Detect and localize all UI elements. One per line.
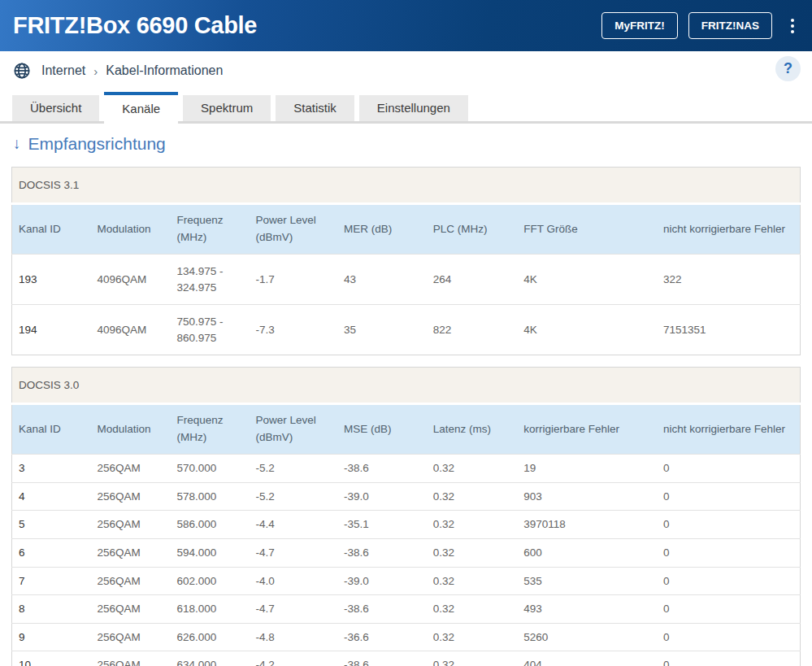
table-cell: 8 [12, 595, 91, 624]
column-header: Modulation [91, 204, 171, 255]
table-cell: 0.32 [427, 455, 518, 483]
column-header: Kanal ID [12, 404, 91, 455]
table-cell: 0.32 [427, 482, 518, 511]
table-cell: 264 [427, 255, 518, 305]
table-cell: 586.000 [170, 511, 249, 539]
table-cell: -4.2 [249, 651, 337, 666]
section-title: Empfangsrichtung [28, 134, 166, 154]
column-header: Frequenz (MHz) [170, 404, 249, 455]
table-cell: 4 [12, 482, 91, 511]
table-cell: 0.32 [427, 651, 518, 666]
table-cell: 0.32 [427, 538, 518, 567]
table-cell: 35 [337, 305, 427, 355]
table-cell: 626.000 [170, 623, 249, 651]
table-cell: 256QAM [91, 567, 171, 595]
table-cell: -4.7 [249, 595, 337, 624]
table-cell: 0 [657, 651, 801, 666]
table-row: 1944096QAM750.975 - 860.975-7.3358224K71… [12, 305, 801, 355]
table-row: 5256QAM586.000-4.4-35.10.3239701180 [12, 511, 801, 539]
table-cell: 256QAM [91, 482, 171, 511]
table-cell: 134.975 - 324.975 [170, 255, 249, 305]
table-cell: 578.000 [170, 482, 249, 511]
help-button[interactable]: ? [775, 56, 801, 81]
table-cell: -39.0 [337, 482, 427, 511]
breadcrumb: Internet › Kabel-Informationen ? [0, 51, 812, 90]
table-cell: -1.7 [249, 255, 337, 305]
table-cell: 3970118 [517, 511, 657, 539]
table-cell: 6 [12, 538, 91, 567]
column-header: Power Level (dBmV) [249, 204, 337, 255]
table-cell: 194 [12, 305, 91, 355]
table-cell: 602.000 [170, 567, 249, 595]
myfritz-button[interactable]: MyFRITZ! [601, 12, 678, 40]
table-row: 10256QAM634.000-4.2-38.60.324040 [12, 651, 801, 666]
docsis-30-table: DOCSIS 3.0Kanal IDModulationFrequenz (MH… [11, 367, 801, 666]
fritznas-button[interactable]: FRITZ!NAS [688, 12, 772, 40]
column-header: nicht korrigierbare Fehler [657, 404, 801, 455]
table-cell: 7 [12, 567, 91, 595]
table-cell: 3 [12, 455, 91, 483]
table-row: 9256QAM626.000-4.8-36.60.3252600 [12, 623, 801, 651]
table-cell: 0 [657, 538, 801, 567]
table-cell: -5.2 [249, 455, 337, 483]
column-header: Frequenz (MHz) [170, 204, 249, 255]
globe-icon [13, 62, 31, 80]
kebab-menu-icon[interactable] [786, 15, 799, 37]
app-title: FRITZ!Box 6690 Cable [13, 12, 257, 39]
table-cell: 535 [517, 567, 657, 595]
table-caption: DOCSIS 3.0 [12, 368, 801, 404]
table-cell: 5260 [517, 623, 657, 651]
table-cell: -38.6 [337, 538, 427, 567]
tab-einstellungen[interactable]: Einstellungen [359, 95, 468, 121]
table-cell: 750.975 - 860.975 [170, 305, 249, 355]
table-cell: 600 [517, 538, 657, 567]
table-row: 8256QAM618.000-4.7-38.60.324930 [12, 595, 801, 624]
table-cell: 256QAM [91, 623, 171, 651]
table-cell: 5 [12, 511, 91, 539]
table-cell: 19 [517, 455, 657, 483]
docsis-31-table: DOCSIS 3.1Kanal IDModulationFrequenz (MH… [11, 167, 801, 355]
table-cell: -38.6 [337, 595, 427, 624]
column-header: Modulation [91, 404, 171, 455]
table-cell: 9 [12, 623, 91, 651]
table-cell: -36.6 [337, 623, 427, 651]
breadcrumb-internet[interactable]: Internet [41, 63, 85, 78]
table-cell: 4K [517, 305, 657, 355]
table-cell: 7151351 [657, 305, 801, 355]
column-header: Kanal ID [12, 204, 91, 255]
tab-uebersicht[interactable]: Übersicht [12, 95, 99, 121]
table-cell: 43 [337, 255, 427, 305]
table-cell: 618.000 [170, 595, 249, 624]
table-cell: 0.32 [427, 595, 518, 624]
tab-statistik[interactable]: Statistik [276, 95, 354, 121]
table-cell: 10 [12, 651, 91, 666]
table-cell: -35.1 [337, 511, 427, 539]
column-header: MSE (dB) [337, 404, 427, 455]
table-cell: 256QAM [91, 455, 171, 483]
table-cell: -39.0 [337, 567, 427, 595]
table-cell: 0 [657, 482, 801, 511]
docsis-30-table-wrap: DOCSIS 3.0Kanal IDModulationFrequenz (MH… [11, 367, 801, 666]
table-cell: 594.000 [170, 538, 249, 567]
table-cell: 0 [657, 567, 801, 595]
table-row: 3256QAM570.000-5.2-38.60.32190 [12, 455, 801, 483]
table-caption: DOCSIS 3.1 [12, 168, 801, 204]
table-cell: -4.0 [249, 567, 337, 595]
table-cell: 0 [657, 595, 801, 624]
table-header-row: Kanal IDModulationFrequenz (MHz)Power Le… [12, 404, 801, 455]
breadcrumb-separator-icon: › [93, 64, 98, 78]
table-cell: 256QAM [91, 538, 171, 567]
table-cell: 570.000 [170, 455, 249, 483]
section-empfangsrichtung[interactable]: ↓ Empfangsrichtung [13, 134, 799, 154]
tab-spektrum[interactable]: Spektrum [183, 95, 271, 121]
app-header: FRITZ!Box 6690 Cable MyFRITZ! FRITZ!NAS [0, 0, 812, 51]
table-cell: 4K [517, 255, 657, 305]
table-cell: 0.32 [427, 623, 518, 651]
header-actions: MyFRITZ! FRITZ!NAS [601, 12, 799, 40]
tab-kanaele[interactable]: Kanäle [104, 92, 178, 124]
table-cell: 322 [657, 255, 801, 305]
table-cell: -38.6 [337, 455, 427, 483]
table-cell: 0.32 [427, 567, 518, 595]
table-cell: 0 [657, 623, 801, 651]
column-header: MER (dB) [337, 204, 427, 255]
